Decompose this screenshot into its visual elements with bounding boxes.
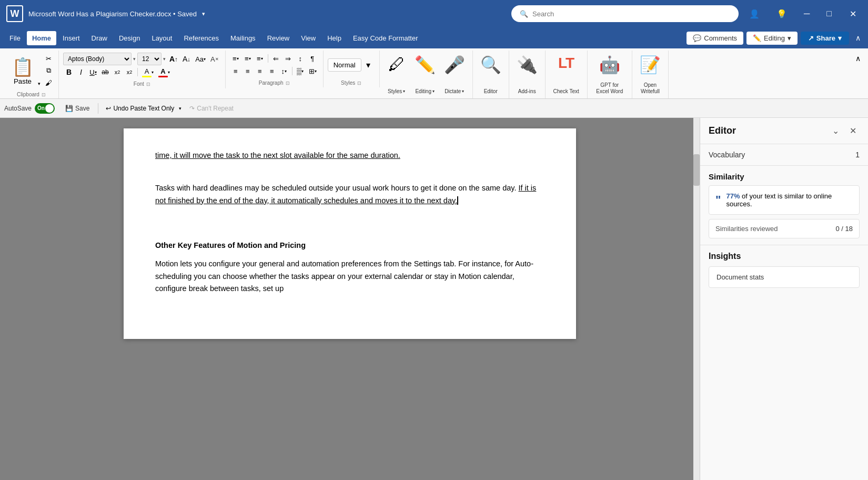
- document-text: time, it will move the task to the next …: [155, 149, 544, 295]
- toggle-switch[interactable]: On: [35, 103, 55, 114]
- align-left-button[interactable]: ≡: [230, 65, 241, 77]
- search-input[interactable]: [532, 10, 730, 18]
- ribbon-group-addins: 🔌 Add-ins Add-ins: [509, 51, 546, 99]
- styles-expand-icon[interactable]: ⊡: [357, 81, 361, 86]
- increase-indent-button[interactable]: ⇒: [282, 53, 294, 64]
- editor-button[interactable]: 🔍 Editor: [477, 53, 504, 96]
- ribbon-collapse-button[interactable]: ∧: [852, 32, 864, 44]
- font-expand-icon[interactable]: ⊡: [146, 82, 150, 87]
- addins-button[interactable]: 🔌 Add-ins: [513, 53, 541, 96]
- font-color-button[interactable]: A ▾: [156, 66, 172, 78]
- change-case-button[interactable]: Aa▾: [193, 53, 208, 65]
- clipboard-content: 📋 Paste ▾ ✂ ⧉ 🖌: [8, 51, 54, 91]
- menu-home[interactable]: Home: [27, 31, 56, 45]
- align-center-button[interactable]: ≡: [242, 65, 254, 77]
- ribbon-collapse-arrow-button[interactable]: ∧: [852, 53, 864, 64]
- subscript-button[interactable]: x2: [112, 66, 123, 78]
- menu-insert[interactable]: Insert: [57, 31, 85, 45]
- minimize-button[interactable]: ─: [800, 7, 814, 21]
- menu-review[interactable]: Review: [262, 31, 295, 45]
- editing-voice-button[interactable]: ✏️ Editing▾: [411, 53, 439, 96]
- editor-panel-close-button[interactable]: ✕: [846, 124, 860, 137]
- menu-easy-code-formatter[interactable]: Easy Code Formatter: [348, 31, 423, 45]
- maximize-button[interactable]: □: [822, 7, 836, 21]
- gpt-for-word-button[interactable]: 🤖 GPT forExcel Word: [593, 53, 626, 96]
- clipboard-label: Clipboard ⊡: [8, 91, 54, 99]
- font-size-selector[interactable]: 12: [137, 53, 162, 65]
- paragraph-expand-icon[interactable]: ⊡: [286, 81, 290, 86]
- menu-draw[interactable]: Draw: [86, 31, 113, 45]
- styles-button[interactable]: 🖊 Styles▾: [384, 53, 409, 96]
- align-right-button[interactable]: ≡: [254, 65, 266, 77]
- voice-content: 🖊 Styles▾ ✏️ Editing▾ 🎤 Dictate▾: [384, 51, 468, 98]
- clipboard-expand-icon[interactable]: ⊡: [42, 92, 46, 97]
- styles-dropdown-button[interactable]: ▾: [362, 59, 374, 71]
- sort-button[interactable]: ↕: [295, 53, 306, 64]
- strikethrough-button[interactable]: ab: [99, 66, 111, 78]
- scrollbar-thumb[interactable]: [693, 154, 700, 186]
- writefull-button[interactable]: 📝 OpenWritefull: [637, 53, 664, 96]
- justify-button[interactable]: ≡: [266, 65, 278, 77]
- menu-mailings[interactable]: Mailings: [225, 31, 261, 45]
- ribbon-group-gptforword: 🤖 GPT forExcel Word gptforwork.com: [588, 51, 632, 99]
- similarity-title: Similarity: [709, 172, 744, 181]
- format-painter-button[interactable]: 🖌: [43, 77, 54, 88]
- undo-dropdown-button[interactable]: ▾: [177, 104, 183, 113]
- ribbon-group-clipboard: 📋 Paste ▾ ✂ ⧉ 🖌 Clipboard ⊡: [4, 51, 59, 99]
- menu-view[interactable]: View: [296, 31, 321, 45]
- underline-button[interactable]: U▾: [87, 66, 99, 78]
- numbering-button[interactable]: ≡▾: [242, 53, 254, 64]
- title-chevron-icon[interactable]: ▾: [202, 11, 205, 17]
- clear-format-button[interactable]: A✕: [208, 53, 221, 65]
- user-icon-button[interactable]: 👤: [745, 7, 764, 21]
- share-button[interactable]: ↗ Share ▾: [801, 32, 849, 45]
- autosave-toggle[interactable]: On: [35, 103, 55, 114]
- insights-section: Insights Document stats: [700, 245, 868, 294]
- styles-gallery[interactable]: Normal: [328, 58, 361, 72]
- comments-button[interactable]: 💬 Comments: [687, 32, 743, 45]
- styles-label-text: Styles: [341, 80, 355, 86]
- paste-dropdown[interactable]: ▾: [37, 54, 42, 87]
- decrease-indent-button[interactable]: ⇐: [270, 53, 282, 64]
- save-button[interactable]: 💾 Save: [61, 103, 94, 114]
- text-highlight-button[interactable]: A ▾: [140, 66, 156, 78]
- shading-button[interactable]: ▒▾: [295, 65, 306, 77]
- align-center-icon: ≡: [246, 67, 250, 75]
- languagetool-content: LT Check Text: [550, 51, 582, 98]
- shrink-font-button[interactable]: A↓: [180, 53, 193, 65]
- editing-button[interactable]: ✏️ Editing ▾: [746, 32, 798, 45]
- ribbon-group-font: Aptos (Body) ▾ 12 ▾ A↑ A↓ Aa▾ A✕ B I U▾: [59, 51, 226, 88]
- document-stats-card[interactable]: Document stats: [709, 266, 860, 288]
- word-logo: W: [6, 5, 23, 22]
- multilevel-list-button[interactable]: ≡▾: [254, 53, 266, 64]
- document-area[interactable]: time, it will move the task to the next …: [0, 118, 700, 480]
- font-name-selector[interactable]: Aptos (Body): [63, 53, 132, 65]
- paste-icon: 📋: [12, 56, 34, 77]
- superscript-button[interactable]: x2: [124, 66, 135, 78]
- undo-button[interactable]: ↩ Undo Paste Text Only: [103, 103, 177, 114]
- editor-panel-collapse-button[interactable]: ⌄: [829, 124, 842, 137]
- check-text-button[interactable]: LT Check Text: [550, 53, 582, 96]
- menu-design[interactable]: Design: [114, 31, 145, 45]
- grow-font-button[interactable]: A↑: [167, 53, 180, 65]
- menu-layout[interactable]: Layout: [146, 31, 177, 45]
- show-hide-button[interactable]: ¶: [307, 53, 318, 64]
- paste-button[interactable]: 📋 Paste: [8, 54, 37, 87]
- ideas-button[interactable]: 💡: [772, 7, 791, 21]
- italic-button[interactable]: I: [75, 66, 87, 78]
- search-bar[interactable]: 🔍: [511, 5, 739, 22]
- dictate-button[interactable]: 🎤 Dictate▾: [441, 53, 468, 96]
- bold-button[interactable]: B: [63, 66, 75, 78]
- close-button[interactable]: ✕: [844, 7, 862, 21]
- gpt-icon: 🤖: [599, 55, 620, 75]
- bullets-button[interactable]: ≡▾: [230, 53, 241, 64]
- borders-button[interactable]: ⊞▾: [307, 65, 319, 77]
- menu-file[interactable]: File: [4, 31, 26, 45]
- menu-help[interactable]: Help: [322, 31, 347, 45]
- menu-references[interactable]: References: [178, 31, 224, 45]
- redo-button[interactable]: ↷ Can't Repeat: [185, 103, 238, 114]
- cut-button[interactable]: ✂: [43, 53, 54, 64]
- styles-content: Normal ▾: [328, 51, 375, 79]
- line-spacing-button[interactable]: ↕▾: [278, 65, 290, 77]
- copy-button[interactable]: ⧉: [43, 65, 54, 76]
